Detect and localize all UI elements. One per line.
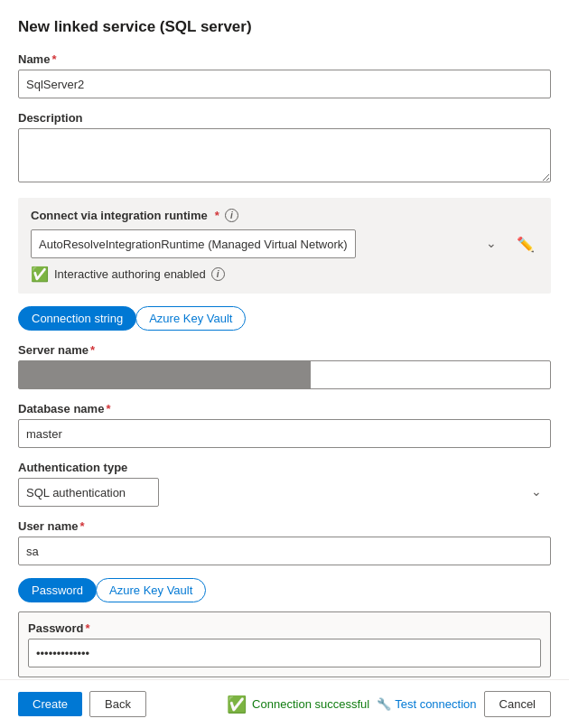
password-section: Password* xyxy=(18,611,551,677)
ir-label-row: Connect via integration runtime * i xyxy=(31,209,538,222)
cancel-button[interactable]: Cancel xyxy=(484,691,551,717)
wrench-icon: 🔧 xyxy=(377,697,391,711)
integration-runtime-box: Connect via integration runtime * i Auto… xyxy=(18,198,551,294)
test-connection-button[interactable]: 🔧 Test connection xyxy=(377,697,476,711)
connection-success-message: ✅ Connection successful xyxy=(227,695,369,714)
authoring-info-icon[interactable]: i xyxy=(211,267,225,281)
footer-left: Create Back xyxy=(18,691,146,717)
server-name-field-group: Server name* xyxy=(18,343,551,389)
connection-tab-group: Connection string Azure Key Vault xyxy=(18,306,551,331)
user-name-label: User name* xyxy=(18,519,551,533)
connection-success-icon: ✅ xyxy=(227,695,247,714)
password-label: Password* xyxy=(28,621,541,635)
ir-edit-button[interactable]: ✏️ xyxy=(513,231,538,257)
database-name-field-group: Database name* xyxy=(18,402,551,448)
auth-type-field-group: Authentication type SQL authentication W… xyxy=(18,461,551,507)
tab-password-azure-key-vault[interactable]: Azure Key Vault xyxy=(96,578,206,602)
authoring-check-icon: ✅ xyxy=(31,266,49,283)
database-name-label: Database name* xyxy=(18,402,551,415)
tab-password[interactable]: Password xyxy=(18,578,97,602)
password-input[interactable] xyxy=(28,639,541,667)
name-input[interactable] xyxy=(18,70,551,98)
ir-label: Connect via integration runtime xyxy=(31,209,208,222)
database-name-input[interactable] xyxy=(18,419,551,448)
description-label: Description xyxy=(18,111,551,125)
user-name-field-group: User name* xyxy=(18,519,551,565)
tab-azure-key-vault[interactable]: Azure Key Vault xyxy=(135,306,246,331)
footer-right: ✅ Connection successful 🔧 Test connectio… xyxy=(227,691,551,717)
create-button[interactable]: Create xyxy=(18,692,82,716)
auth-type-dropdown[interactable]: SQL authentication Windows authenticatio… xyxy=(18,478,159,507)
description-field-group: Description xyxy=(18,111,551,185)
auth-type-dropdown-wrapper: SQL authentication Windows authenticatio… xyxy=(18,478,551,507)
name-field-group: Name* xyxy=(18,52,551,98)
back-button[interactable]: Back xyxy=(89,691,146,717)
password-field-group: Password* xyxy=(28,621,541,667)
password-tab-group: Password Azure Key Vault xyxy=(18,578,551,602)
authoring-text: Interactive authoring enabled xyxy=(54,267,206,281)
description-input[interactable] xyxy=(18,128,551,182)
ir-dropdown[interactable]: AutoResolveIntegrationRuntime (Managed V… xyxy=(31,229,356,258)
ir-dropdown-wrapper: AutoResolveIntegrationRuntime (Managed V… xyxy=(31,229,506,258)
ir-info-icon[interactable]: i xyxy=(225,209,238,222)
tab-connection-string[interactable]: Connection string xyxy=(18,306,136,331)
page-title: New linked service (SQL server) xyxy=(18,18,551,36)
server-name-label: Server name* xyxy=(18,343,551,357)
auth-type-label: Authentication type xyxy=(18,461,551,474)
footer: Create Back ✅ Connection successful 🔧 Te… xyxy=(0,679,569,728)
server-name-input[interactable] xyxy=(18,360,551,389)
name-label: Name* xyxy=(18,52,551,66)
authoring-row: ✅ Interactive authoring enabled i xyxy=(31,266,538,283)
user-name-input[interactable] xyxy=(18,537,551,565)
ir-dropdown-row: AutoResolveIntegrationRuntime (Managed V… xyxy=(31,229,538,258)
